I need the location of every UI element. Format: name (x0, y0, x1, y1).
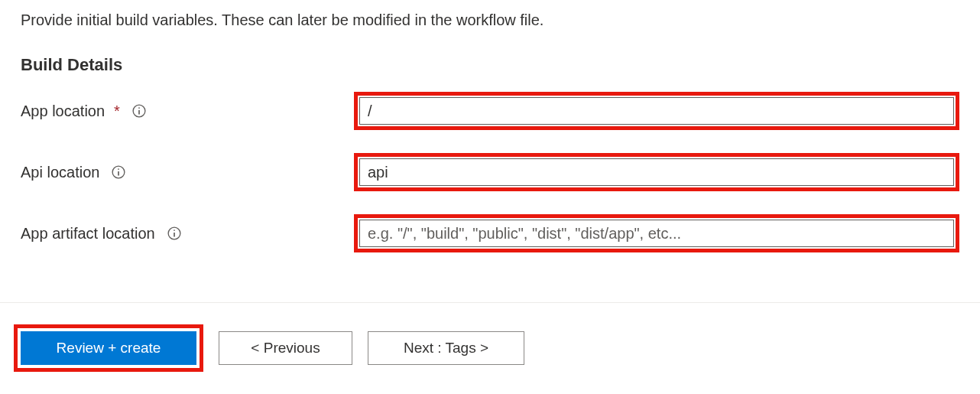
label-group: App location * (21, 103, 354, 120)
highlight-box: Review + create (14, 324, 203, 372)
form-row-app-artifact-location: App artifact location (21, 214, 959, 252)
app-artifact-location-label: App artifact location (21, 225, 155, 243)
info-icon[interactable] (132, 104, 146, 118)
svg-point-5 (118, 168, 120, 170)
app-artifact-location-input[interactable] (359, 220, 954, 247)
footer: Review + create < Previous Next : Tags > (14, 324, 524, 372)
svg-point-2 (138, 107, 140, 109)
api-location-label: Api location (21, 164, 99, 181)
label-group: Api location (21, 164, 354, 181)
app-location-label: App location (21, 103, 105, 120)
divider (0, 302, 980, 303)
info-icon[interactable] (167, 226, 181, 240)
info-icon[interactable] (112, 165, 125, 179)
api-location-input[interactable] (359, 158, 954, 186)
previous-button[interactable]: < Previous (219, 331, 352, 365)
page-description: Provide initial build variables. These c… (21, 11, 959, 29)
label-group: App artifact location (21, 225, 354, 243)
highlight-box (354, 153, 959, 191)
next-button[interactable]: Next : Tags > (368, 331, 524, 365)
form-row-app-location: App location * (21, 92, 959, 130)
required-asterisk: * (114, 103, 120, 120)
section-title: Build Details (21, 55, 959, 75)
highlight-box (354, 214, 959, 252)
review-create-button[interactable]: Review + create (21, 331, 196, 365)
highlight-box (354, 92, 959, 130)
form-row-api-location: Api location (21, 153, 959, 191)
svg-point-8 (174, 230, 175, 231)
app-location-input[interactable] (359, 97, 954, 125)
